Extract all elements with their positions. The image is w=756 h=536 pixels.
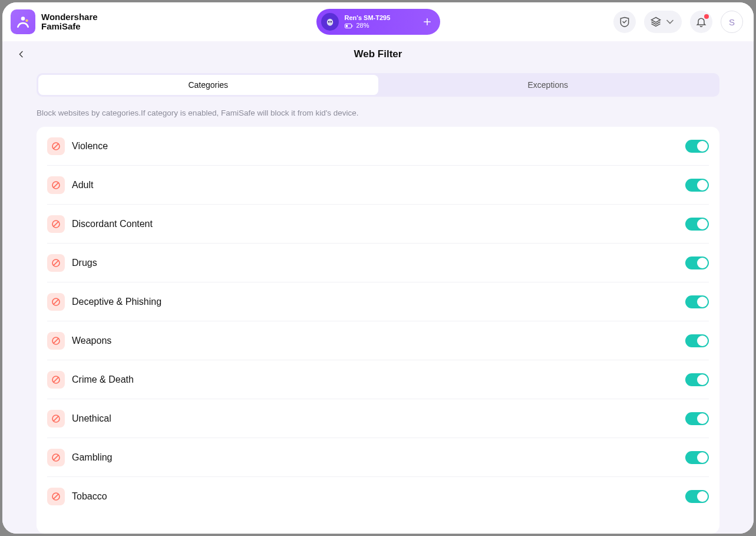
category-list[interactable]: Violence Adult Discordant Content Drugs … [37, 127, 719, 534]
brand-line2: FamiSafe [41, 22, 98, 32]
block-icon [47, 410, 65, 428]
svg-point-0 [21, 17, 25, 20]
svg-point-4 [330, 21, 332, 23]
category-row: Violence [47, 127, 709, 166]
device-avatar-icon [321, 13, 339, 31]
category-label: Drugs [72, 258, 678, 268]
svg-line-25 [54, 455, 58, 459]
category-toggle[interactable] [685, 490, 709, 503]
device-battery: 28% [345, 22, 400, 29]
category-toggle[interactable] [685, 295, 709, 308]
brand-area: Wondershare FamiSafe [11, 9, 98, 34]
category-label: Crime & Death [72, 374, 678, 385]
svg-line-15 [54, 260, 58, 265]
app-logo-icon [11, 9, 35, 34]
svg-line-9 [54, 143, 58, 148]
svg-point-3 [328, 21, 329, 23]
category-toggle[interactable] [685, 257, 709, 269]
svg-line-11 [54, 182, 58, 187]
svg-line-19 [54, 338, 58, 343]
layers-dropdown[interactable] [644, 11, 682, 33]
battery-icon [345, 24, 353, 28]
block-icon [47, 332, 65, 350]
category-row: Adult [47, 166, 709, 205]
profile-avatar[interactable]: S [721, 11, 743, 33]
category-toggle[interactable] [685, 140, 709, 153]
tab-categories[interactable]: Categories [38, 75, 378, 95]
category-label: Tobacco [72, 491, 678, 502]
block-icon [47, 254, 65, 272]
category-row: Gambling [47, 438, 709, 477]
svg-line-17 [54, 299, 58, 304]
svg-rect-7 [346, 25, 348, 27]
svg-rect-6 [352, 25, 352, 27]
tab-exceptions[interactable]: Exceptions [378, 75, 718, 95]
category-label: Gambling [72, 452, 678, 463]
category-row: Drugs [47, 244, 709, 282]
block-icon [47, 137, 65, 155]
svg-line-27 [54, 494, 58, 499]
brand-line1: Wondershare [41, 12, 98, 22]
app-title: Wondershare FamiSafe [41, 12, 98, 32]
block-icon [47, 371, 65, 389]
category-row: Crime & Death [47, 360, 709, 399]
svg-line-13 [54, 221, 58, 226]
content: Categories Exceptions Block websites by … [2, 67, 754, 534]
layers-icon [650, 16, 662, 28]
category-row: Deceptive & Phishing [47, 282, 709, 321]
avatar-initial: S [729, 17, 735, 27]
help-text: Block websites by categories.If category… [37, 108, 719, 117]
category-label: Violence [72, 141, 678, 152]
device-selector[interactable]: Ren's SM-T295 28% [316, 9, 440, 35]
notification-dot-icon [704, 14, 709, 19]
app-window: Wondershare FamiSafe Ren's SM-T295 [2, 2, 754, 534]
category-toggle[interactable] [685, 218, 709, 231]
category-toggle[interactable] [685, 412, 709, 425]
svg-point-2 [326, 19, 333, 26]
category-toggle[interactable] [685, 373, 709, 386]
chevron-left-icon [16, 50, 26, 59]
block-icon [47, 488, 65, 505]
page-bar: Web Filter [2, 41, 754, 67]
page-title: Web Filter [354, 48, 402, 60]
category-row: Unethical [47, 399, 709, 438]
device-info: Ren's SM-T295 28% [345, 14, 400, 29]
add-device-button[interactable] [420, 15, 434, 29]
inbox-button[interactable] [613, 11, 636, 33]
svg-line-23 [54, 416, 58, 420]
category-toggle[interactable] [685, 179, 709, 192]
block-icon [47, 293, 65, 311]
header: Wondershare FamiSafe Ren's SM-T295 [2, 2, 754, 41]
category-toggle[interactable] [685, 451, 709, 464]
back-button[interactable] [13, 46, 29, 63]
category-row: Discordant Content [47, 205, 709, 244]
category-row: Weapons [47, 321, 709, 360]
battery-percent: 28% [356, 22, 369, 29]
block-icon [47, 176, 65, 194]
tabs: Categories Exceptions [37, 73, 719, 97]
notifications-button[interactable] [690, 11, 712, 33]
category-row: Tobacco [47, 477, 709, 516]
block-icon [47, 215, 65, 233]
device-name: Ren's SM-T295 [345, 14, 400, 22]
svg-line-21 [54, 377, 58, 382]
category-label: Weapons [72, 336, 678, 346]
block-icon [47, 449, 65, 466]
svg-point-1 [25, 19, 28, 22]
header-actions: S [613, 11, 743, 33]
category-toggle[interactable] [685, 334, 709, 347]
chevron-down-icon [664, 16, 676, 28]
category-label: Discordant Content [72, 219, 678, 229]
category-label: Adult [72, 180, 678, 190]
category-label: Unethical [72, 413, 678, 424]
category-label: Deceptive & Phishing [72, 297, 678, 307]
